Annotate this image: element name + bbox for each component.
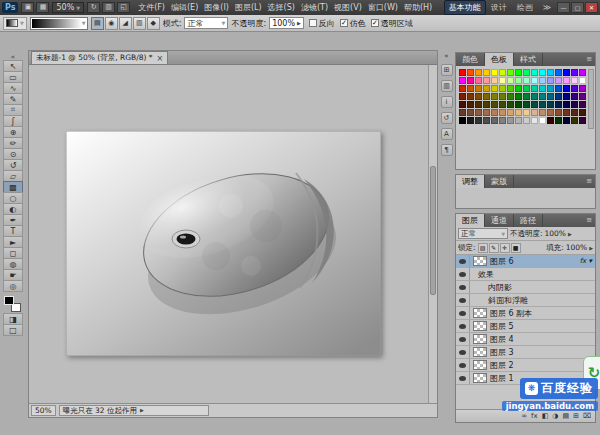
swatch[interactable] <box>483 117 490 124</box>
canvas-area[interactable] <box>29 65 428 403</box>
swatch[interactable] <box>571 85 578 92</box>
swatch[interactable] <box>475 69 482 76</box>
layer-thumbnail[interactable] <box>473 360 487 370</box>
swatch[interactable] <box>563 69 570 76</box>
swatch[interactable] <box>507 109 514 116</box>
new-layer-icon[interactable]: ⊞ <box>573 411 579 422</box>
bridge-icon[interactable]: ▣ <box>21 2 34 13</box>
minimize-button[interactable]: — <box>557 2 570 13</box>
checked-checkbox-icon[interactable]: ✓ <box>340 19 348 27</box>
menu-item-8[interactable]: 窗口(W) <box>365 0 401 15</box>
menu-item-2[interactable]: 编辑(E) <box>168 0 201 15</box>
layers-blend-mode-select[interactable]: 正常 ▼ <box>458 228 508 239</box>
swatch[interactable] <box>571 117 578 124</box>
close-tab-icon[interactable]: × <box>157 54 164 63</box>
linear-gradient-button[interactable]: ▤ <box>91 17 104 30</box>
swatch[interactable] <box>555 85 562 92</box>
layer-row[interactable]: 图层 3 <box>456 346 595 359</box>
swatch[interactable] <box>459 109 466 116</box>
checkbox-仿色[interactable]: ✓仿色 <box>340 18 366 29</box>
swatch[interactable] <box>507 69 514 76</box>
swatch[interactable] <box>555 109 562 116</box>
lock-position-icon[interactable]: ✛ <box>500 243 510 253</box>
layer-thumbnail[interactable] <box>473 334 487 344</box>
lock-transparency-icon[interactable]: ▨ <box>478 243 488 253</box>
visibility-toggle[interactable] <box>456 281 470 293</box>
swatch[interactable] <box>539 101 546 108</box>
visibility-toggle[interactable] <box>456 294 470 306</box>
radial-gradient-button[interactable]: ◉ <box>105 17 118 30</box>
workspace-button-1[interactable]: 基本功能 <box>444 0 486 15</box>
swatch[interactable] <box>523 117 530 124</box>
swatch[interactable] <box>459 101 466 108</box>
panel-menu-icon[interactable]: ≡ <box>583 53 595 66</box>
visibility-toggle[interactable] <box>456 320 470 332</box>
swatch[interactable] <box>579 69 586 76</box>
swatch[interactable] <box>459 85 466 92</box>
swatch[interactable] <box>491 117 498 124</box>
swatch[interactable] <box>547 109 554 116</box>
swatch[interactable] <box>491 109 498 116</box>
workspace-button-3[interactable]: 绘画 <box>512 0 538 15</box>
swatch[interactable] <box>523 93 530 100</box>
gradient-editor-preview[interactable]: ▼ <box>30 17 88 30</box>
photoshop-logo[interactable]: Ps <box>2 2 18 13</box>
swatch[interactable] <box>483 85 490 92</box>
checkbox-透明区域[interactable]: ✓透明区域 <box>371 18 413 29</box>
swatch[interactable] <box>499 93 506 100</box>
canvas-image[interactable] <box>66 131 381 356</box>
layer-row[interactable]: 图层 6 副本 <box>456 307 595 320</box>
layers-tab-1[interactable]: 图层 <box>456 214 485 227</box>
swatch[interactable] <box>563 117 570 124</box>
layer-row[interactable]: 效果 <box>456 268 595 281</box>
paragraph-panel-icon[interactable]: ¶ <box>441 144 453 156</box>
swatch[interactable] <box>515 85 522 92</box>
swatch[interactable] <box>523 85 530 92</box>
layer-row[interactable]: 内阴影 <box>456 281 595 294</box>
swatch[interactable] <box>579 117 586 124</box>
swatches-scrollbar[interactable] <box>588 69 594 129</box>
swatch[interactable] <box>563 101 570 108</box>
swatch[interactable] <box>499 117 506 124</box>
link-layers-icon[interactable]: ∞ <box>521 411 527 422</box>
menu-item-7[interactable]: 视图(V) <box>331 0 365 15</box>
swatch[interactable] <box>571 101 578 108</box>
swatch[interactable] <box>515 93 522 100</box>
adjustment-layer-icon[interactable]: ◑ <box>552 411 558 422</box>
swatch[interactable] <box>563 93 570 100</box>
swatches-tab-2[interactable]: 色板 <box>485 53 514 66</box>
swatch[interactable] <box>507 93 514 100</box>
swatch[interactable] <box>531 93 538 100</box>
expand-panels-icon[interactable]: « <box>444 52 448 60</box>
arrange-documents-icon[interactable]: ▥ <box>102 2 115 13</box>
fill-value[interactable]: 100% <box>566 243 587 252</box>
swatch[interactable] <box>515 109 522 116</box>
swatch[interactable] <box>491 101 498 108</box>
swatch[interactable] <box>539 93 546 100</box>
swatch[interactable] <box>539 69 546 76</box>
panel-menu-icon[interactable]: ≡ <box>583 175 595 188</box>
swatch[interactable] <box>499 101 506 108</box>
swatches-tab-3[interactable]: 样式 <box>514 53 543 66</box>
menu-item-3[interactable]: 图像(I) <box>201 0 232 15</box>
visibility-toggle[interactable] <box>456 307 470 319</box>
workspace-overflow-icon[interactable]: ≫ <box>541 3 553 12</box>
diamond-gradient-button[interactable]: ◆ <box>147 17 160 30</box>
swatch[interactable] <box>515 69 522 76</box>
swatch[interactable] <box>499 69 506 76</box>
swatch[interactable] <box>507 77 514 84</box>
color-swatch-widget[interactable] <box>3 295 23 314</box>
visibility-toggle[interactable] <box>456 359 470 371</box>
swatch[interactable] <box>547 77 554 84</box>
visibility-toggle[interactable] <box>456 333 470 345</box>
histogram-panel-icon[interactable]: ▥ <box>441 80 453 92</box>
visibility-toggle[interactable] <box>456 255 470 267</box>
swatch[interactable] <box>523 69 530 76</box>
swatch[interactable] <box>459 93 466 100</box>
navigator-panel-icon[interactable]: ⊞ <box>441 64 453 76</box>
opacity-input[interactable]: 100% ▶ <box>269 17 304 29</box>
swatch[interactable] <box>507 101 514 108</box>
swatch[interactable] <box>483 69 490 76</box>
swatch[interactable] <box>459 117 466 124</box>
panel-menu-icon[interactable]: ≡ <box>583 214 595 227</box>
